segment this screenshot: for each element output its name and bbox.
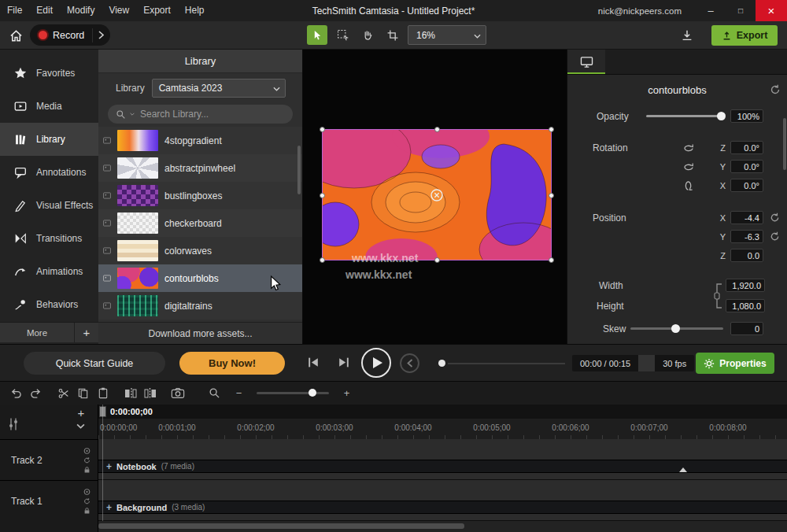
canvas[interactable]: www.kkx.net www.kkx.net xyxy=(303,49,567,344)
step-forward-button[interactable] xyxy=(337,357,350,368)
track-lock-icon[interactable] xyxy=(83,507,91,514)
library-item[interactable]: abstractpinwheel xyxy=(98,154,302,182)
rotation-y-value[interactable]: 0.0° xyxy=(730,160,763,173)
library-item-selected[interactable]: contourblobs xyxy=(98,264,302,292)
selection-handle[interactable] xyxy=(320,127,325,132)
maximize-button[interactable]: □ xyxy=(726,0,756,21)
track-disable-icon[interactable] xyxy=(83,488,91,495)
position-x-value[interactable]: -4.4 xyxy=(730,211,763,224)
properties-scrollbar[interactable] xyxy=(783,118,786,170)
zoom-out-button[interactable]: − xyxy=(229,386,249,401)
add-track-button[interactable]: + xyxy=(74,406,88,419)
selection-handle[interactable] xyxy=(549,127,554,132)
zoom-in-button[interactable]: + xyxy=(337,386,357,401)
jump-back-button[interactable] xyxy=(400,353,419,373)
track-header[interactable]: Track 2 xyxy=(0,439,98,480)
contourblobs-preview[interactable] xyxy=(323,130,551,260)
timeline-zoom-button[interactable] xyxy=(205,386,224,401)
selection-handle[interactable] xyxy=(320,257,325,263)
pan-tool-button[interactable] xyxy=(357,25,378,45)
sidebar-item-visual-effects[interactable]: Visual Effects xyxy=(0,189,98,222)
track-loop-icon[interactable] xyxy=(83,497,91,504)
menu-file[interactable]: File xyxy=(0,0,29,21)
minimize-button[interactable]: – xyxy=(696,0,726,21)
rotation-x-value[interactable]: 0.0° xyxy=(730,179,763,192)
sidebar-item-animations[interactable]: Animations xyxy=(0,255,98,288)
quick-start-guide-button[interactable]: Quick Start Guide xyxy=(24,352,165,375)
buy-now-button[interactable]: Buy Now! xyxy=(179,352,285,375)
split-button[interactable] xyxy=(120,386,140,401)
redo-button[interactable] xyxy=(26,386,46,401)
skew-slider[interactable] xyxy=(630,327,723,330)
sidebar-item-media[interactable]: Media xyxy=(0,90,98,123)
scrubber-handle[interactable] xyxy=(438,360,445,367)
selection-handle[interactable] xyxy=(320,193,325,198)
position-y-value[interactable]: -6.3 xyxy=(730,230,763,243)
menu-export[interactable]: Export xyxy=(136,0,178,21)
skew-value[interactable]: 0 xyxy=(730,322,763,335)
zoom-level-dropdown[interactable]: 16% xyxy=(408,25,486,45)
export-button[interactable]: Export xyxy=(711,25,778,46)
track-2-lane[interactable]: + Notebook (7 media) xyxy=(98,439,787,480)
expand-group-icon[interactable]: + xyxy=(106,502,112,513)
copy-button[interactable] xyxy=(73,386,93,401)
media-group-notebook[interactable]: + Notebook (7 media) xyxy=(98,460,787,473)
pointer-tool-button[interactable] xyxy=(307,25,327,45)
track-lock-icon[interactable] xyxy=(83,466,91,473)
scrubber-track[interactable] xyxy=(448,363,565,364)
reset-position-y-button[interactable] xyxy=(770,231,780,242)
timeline-horizontal-scrollbar[interactable] xyxy=(98,523,464,529)
reset-position-x-button[interactable] xyxy=(770,212,780,223)
close-button[interactable]: × xyxy=(756,0,787,21)
track-1-lane[interactable]: + Background (3 media) xyxy=(98,480,787,521)
sidebar-item-transitions[interactable]: Transitions xyxy=(0,222,98,255)
reset-all-button[interactable] xyxy=(770,84,781,95)
track-loop-icon[interactable] xyxy=(83,456,91,464)
library-item[interactable]: colorwaves xyxy=(98,237,302,264)
library-scrollbar[interactable] xyxy=(297,146,301,194)
menu-modify[interactable]: Modify xyxy=(60,0,102,21)
more-button[interactable]: More xyxy=(0,323,74,342)
properties-button[interactable]: Properties xyxy=(696,353,774,374)
home-button[interactable] xyxy=(6,26,25,45)
collapse-tracks-button[interactable] xyxy=(76,423,85,429)
selection-handle[interactable] xyxy=(434,127,440,132)
sidebar-item-favorites[interactable]: Favorites xyxy=(0,57,98,90)
skew-slider-handle[interactable] xyxy=(671,324,680,333)
rotation-anchor[interactable] xyxy=(430,188,444,201)
sidebar-item-behaviors[interactable]: Behaviors xyxy=(0,288,98,321)
library-item[interactable]: checkerboard xyxy=(98,209,302,237)
menu-help[interactable]: Help xyxy=(178,0,212,21)
record-button[interactable]: Record xyxy=(30,24,110,46)
capture-frame-button[interactable] xyxy=(168,386,187,401)
step-back-button[interactable] xyxy=(307,357,320,368)
library-item[interactable]: 4stopgradient xyxy=(98,127,302,154)
library-search[interactable] xyxy=(108,105,293,124)
selection-tool-button[interactable] xyxy=(332,25,353,45)
opacity-slider[interactable] xyxy=(646,115,722,117)
menu-edit[interactable]: Edit xyxy=(29,0,60,21)
library-collection-dropdown[interactable]: Camtasia 2023 xyxy=(152,79,286,98)
media-group-background[interactable]: + Background (3 media) xyxy=(98,501,787,514)
add-tool-button[interactable]: + xyxy=(74,323,98,342)
search-input[interactable] xyxy=(139,108,285,120)
opacity-value[interactable]: 100% xyxy=(730,109,763,123)
track-disable-icon[interactable] xyxy=(83,447,91,454)
library-item[interactable]: bustlingboxes xyxy=(98,182,302,209)
timeline-zoom-handle[interactable] xyxy=(309,389,316,397)
rotation-z-value[interactable]: 0.0° xyxy=(730,141,763,154)
undo-button[interactable] xyxy=(6,386,26,401)
play-button[interactable] xyxy=(361,348,391,378)
download-more-assets-link[interactable]: Download more assets... xyxy=(98,322,302,344)
sidebar-item-annotations[interactable]: Annotations xyxy=(0,156,98,189)
tab-visual-properties[interactable] xyxy=(567,49,605,74)
expand-group-icon[interactable]: + xyxy=(106,461,112,472)
menu-view[interactable]: View xyxy=(102,0,136,21)
cut-button[interactable] xyxy=(54,386,73,401)
library-item[interactable]: digitaltrains xyxy=(98,292,302,320)
sidebar-item-library[interactable]: Library xyxy=(0,123,98,156)
crop-tool-button[interactable] xyxy=(382,25,403,45)
opacity-slider-handle[interactable] xyxy=(717,112,726,120)
stitch-button[interactable] xyxy=(140,386,160,401)
record-expand-chevron[interactable] xyxy=(92,28,104,42)
